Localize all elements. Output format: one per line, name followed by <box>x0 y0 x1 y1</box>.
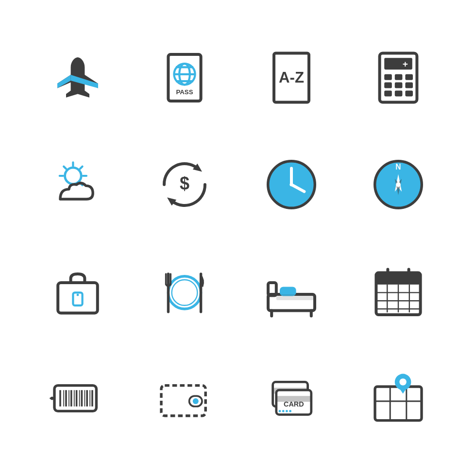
weather-icon <box>49 155 107 214</box>
svg-point-41 <box>396 182 401 187</box>
hotel-bed-icon <box>262 262 321 321</box>
airplane-icon <box>49 49 107 107</box>
compass-icon-cell: N <box>345 131 452 238</box>
svg-point-46 <box>172 280 198 306</box>
svg-point-85 <box>193 398 199 404</box>
svg-rect-19 <box>395 90 403 96</box>
currency-exchange-icon-cell: $ <box>131 131 238 238</box>
svg-point-45 <box>168 276 201 309</box>
svg-rect-14 <box>405 74 413 80</box>
svg-point-94 <box>289 410 291 412</box>
svg-rect-13 <box>395 74 403 80</box>
wallet-icon <box>155 369 214 427</box>
svg-rect-42 <box>58 283 98 313</box>
svg-rect-95 <box>375 387 422 421</box>
svg-text:+: + <box>403 59 408 69</box>
svg-point-91 <box>279 410 281 412</box>
dining-icon-cell <box>131 238 238 345</box>
airplane-icon-cell <box>24 24 131 131</box>
card-icon-cell: CARD <box>238 345 345 452</box>
svg-point-92 <box>282 410 285 412</box>
svg-text:N: N <box>395 163 401 171</box>
luggage-icon <box>49 262 107 321</box>
svg-point-100 <box>399 378 406 385</box>
icon-grid: PASS A-Z + <box>24 24 452 452</box>
calendar-icon-cell <box>345 238 452 345</box>
compass-icon: N <box>369 155 427 214</box>
svg-rect-83 <box>161 386 205 416</box>
map-pin-icon-cell <box>345 345 452 452</box>
svg-point-44 <box>77 294 79 296</box>
weather-icon-cell <box>24 131 131 238</box>
az-book-icon: A-Z <box>262 49 321 107</box>
svg-text:A-Z: A-Z <box>279 69 304 86</box>
currency-exchange-icon: $ <box>155 155 214 214</box>
svg-rect-15 <box>384 83 392 88</box>
passport-icon-cell: PASS <box>131 24 238 131</box>
svg-point-35 <box>289 183 293 186</box>
dining-icon <box>155 262 214 321</box>
hotel-bed-icon-cell <box>238 238 345 345</box>
clock-icon-cell <box>238 131 345 238</box>
wallet-icon-cell <box>131 345 238 452</box>
card-icon: CARD <box>262 369 321 427</box>
clock-icon <box>262 155 321 214</box>
svg-rect-16 <box>395 83 403 88</box>
barcode-tag-icon <box>49 369 107 427</box>
az-book-icon-cell: A-Z <box>238 24 345 131</box>
svg-rect-10 <box>384 58 412 69</box>
svg-rect-17 <box>405 83 413 88</box>
svg-point-21 <box>65 168 82 184</box>
passport-icon: PASS <box>155 49 214 107</box>
svg-rect-54 <box>276 294 315 300</box>
calculator-icon-cell: + <box>345 24 452 131</box>
svg-rect-59 <box>376 280 420 285</box>
map-pin-icon <box>369 369 427 427</box>
svg-text:$: $ <box>180 173 189 193</box>
svg-line-23 <box>80 167 83 169</box>
barcode-tag-icon-cell <box>24 345 131 452</box>
svg-text:PASS: PASS <box>176 88 193 96</box>
svg-line-26 <box>64 167 66 169</box>
svg-rect-12 <box>384 74 392 80</box>
svg-rect-20 <box>405 90 413 96</box>
svg-text:CARD: CARD <box>284 400 304 408</box>
luggage-icon-cell <box>24 238 131 345</box>
svg-rect-18 <box>384 90 392 96</box>
calendar-icon <box>369 262 427 321</box>
svg-point-93 <box>286 410 288 412</box>
calculator-icon: + <box>369 49 427 107</box>
